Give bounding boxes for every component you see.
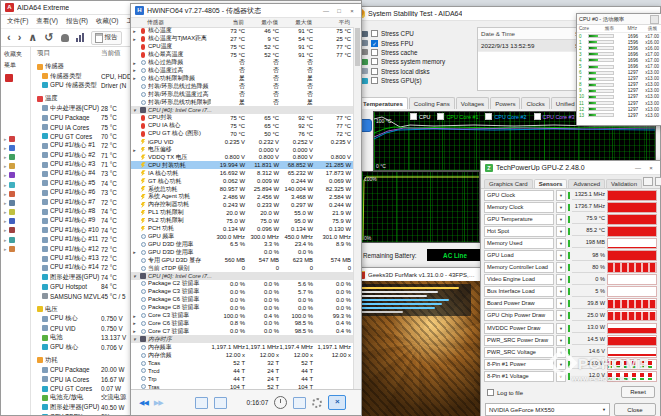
camera-icon[interactable] xyxy=(643,177,653,186)
dropdown-arrow-icon[interactable]: ▼ xyxy=(556,274,566,285)
sensor-name-box[interactable]: Hot Spot xyxy=(484,226,554,237)
tab-sensors[interactable]: Sensors xyxy=(534,179,568,188)
chart-icon[interactable] xyxy=(76,33,84,42)
close-sensors-button[interactable]: × xyxy=(328,395,346,410)
sensor-name-box[interactable]: GPU Chip Power Draw xyxy=(484,310,554,321)
checkbox[interactable]: ✓ xyxy=(371,40,378,47)
sensor-name-box[interactable]: GPU Temperature xyxy=(484,214,554,225)
checkbox[interactable] xyxy=(371,58,378,65)
refresh-icon[interactable]: ↺ xyxy=(44,29,53,46)
column-item[interactable]: 项目 xyxy=(37,49,101,58)
column-sensor[interactable]: 传感器 xyxy=(131,19,210,27)
legend-checkbox[interactable] xyxy=(534,113,541,120)
monitor-icon[interactable] xyxy=(214,397,227,409)
dropdown-arrow-icon[interactable]: ▼ xyxy=(556,335,566,346)
dropdown-arrow-icon[interactable]: ▼ xyxy=(556,347,566,358)
menu-item-0[interactable]: 文件(F) xyxy=(7,17,28,26)
hwinfo-sensor-row[interactable]: Trp44 T24 T44 T xyxy=(131,375,353,383)
tab-cooling-fans[interactable]: Cooling Fans xyxy=(409,97,455,109)
sidebar-tab-0[interactable]: 收藏夹 xyxy=(2,49,29,60)
menu-item-1[interactable]: 查看(V) xyxy=(36,17,58,26)
dropdown-arrow-icon[interactable]: ▼ xyxy=(556,371,566,382)
user-icon[interactable] xyxy=(61,34,69,42)
legend-item[interactable]: CPU xyxy=(410,113,430,120)
sensor-name-box[interactable]: MVDDC Power Draw xyxy=(484,323,554,334)
sidebar-item-4[interactable]: ▸ xyxy=(2,171,29,180)
checkbox[interactable] xyxy=(371,77,378,84)
frequency-titlebar[interactable]: CPU #0 - 活动频率 xyxy=(577,14,661,25)
sensor-name-box[interactable]: PWR_SRC Voltage xyxy=(484,347,554,358)
column-average[interactable]: 平均 xyxy=(312,19,352,27)
up-icon[interactable]: ∧ xyxy=(28,29,37,46)
sidebar-item-7[interactable]: ▸ xyxy=(2,198,29,207)
column-minimum[interactable]: 最小值 xyxy=(244,19,278,27)
move-left-icon[interactable]: ◀◀ xyxy=(139,399,148,407)
legend-item[interactable]: CPU Core #2 xyxy=(485,113,526,120)
hwinfo-sensor-row[interactable]: 当前 cTDP 级别0000 xyxy=(131,264,353,272)
dropdown-arrow-icon[interactable]: ▼ xyxy=(556,190,566,201)
tab-validation[interactable]: Validation xyxy=(606,179,642,188)
tab-advanced[interactable]: Advanced xyxy=(568,179,605,188)
sidebar-item-9[interactable]: ▸ xyxy=(2,217,29,226)
sidebar-item-1[interactable]: ▸ xyxy=(2,143,29,152)
sensor-name-box[interactable]: Memory Controller Load xyxy=(484,262,554,273)
menu-item-2[interactable]: 报告(R) xyxy=(66,17,88,26)
minimize-icon[interactable]: — xyxy=(633,165,643,171)
close-icon[interactable]: × xyxy=(347,8,357,14)
gpu-selector-dropdown[interactable]: NVIDIA GeForce MX550 ▼ xyxy=(485,403,610,416)
sensor-name-box[interactable]: 8-Pin #1 Power xyxy=(484,359,554,370)
tab-graphics-card[interactable]: Graphics Card xyxy=(484,179,533,188)
legend-checkbox[interactable] xyxy=(410,113,417,120)
sidebar-item-0[interactable]: ▸ xyxy=(2,134,29,143)
sensor-name-box[interactable]: GPU Load xyxy=(484,250,554,261)
sensor-name-box[interactable]: PWR_SRC Power Draw xyxy=(484,335,554,346)
hwinfo-titlebar[interactable]: H HWiNFO64 v7.27-4805 - 传感器状态 — □ × xyxy=(131,4,361,18)
dropdown-arrow-icon[interactable]: ▼ xyxy=(556,262,566,273)
sidebar-item-12[interactable]: ▸ xyxy=(2,244,29,253)
sensor-name-box[interactable]: Memory Clock xyxy=(484,202,554,213)
dropdown-arrow-icon[interactable]: ▼ xyxy=(556,202,566,213)
log-to-file-checkbox[interactable] xyxy=(487,389,494,396)
stress-option-3[interactable]: Stress system memory xyxy=(359,57,445,66)
stress-option-2[interactable]: Stress cache xyxy=(359,48,445,57)
sensor-name-box[interactable]: GPU Clock xyxy=(484,190,554,201)
close-icon[interactable] xyxy=(650,15,659,24)
column-current[interactable]: 当前 xyxy=(210,19,244,27)
close-button[interactable]: Close xyxy=(614,403,656,416)
column-datetime[interactable]: Date & Time xyxy=(478,30,575,37)
column-value[interactable]: 当前值 xyxy=(101,49,121,58)
dropdown-arrow-icon[interactable]: ▼ xyxy=(556,250,566,261)
report-icon[interactable] xyxy=(293,397,306,409)
sensor-name-box[interactable]: Video Engine Load xyxy=(484,274,554,285)
sensor-name-box[interactable]: Board Power Draw xyxy=(484,298,554,309)
furmark-titlebar[interactable]: Geeks3D FurMark v1.31.0.0 - 43FPS, GPU1 … xyxy=(353,268,480,282)
sidebar-item-5[interactable]: ▸ xyxy=(2,180,29,189)
stress-option-0[interactable]: Stress CPU xyxy=(359,29,445,38)
checkbox[interactable] xyxy=(371,49,378,56)
dropdown-arrow-icon[interactable]: ▼ xyxy=(556,238,566,249)
hwinfo-sensor-row[interactable]: Trcd44 T24 T44 T xyxy=(131,367,353,375)
tab-powers[interactable]: Powers xyxy=(490,97,520,109)
checkbox[interactable] xyxy=(371,30,378,37)
dropdown-arrow-icon[interactable]: ▼ xyxy=(556,286,566,297)
layout-icon[interactable] xyxy=(195,397,208,409)
tab-voltages[interactable]: Voltages xyxy=(456,97,489,109)
hwinfo-sensor-row[interactable]: 封装/环形总线功耗限制降...是否是 xyxy=(131,98,353,106)
legend-checkbox[interactable] xyxy=(437,113,444,120)
sidebar-item-11[interactable]: ▸ xyxy=(2,235,29,244)
log-to-file-row[interactable]: Log to file xyxy=(487,389,523,396)
hwinfo-sensor-row[interactable]: CPU GT 核心 (图形)70 °C50 °C76 °C72 °C xyxy=(131,130,353,138)
sidebar-item-8[interactable]: ▸ xyxy=(2,208,29,217)
sidebar-item-2[interactable]: ▸ xyxy=(2,152,29,161)
menu-item-3[interactable]: 收藏(O) xyxy=(96,17,118,26)
pin-icon[interactable] xyxy=(655,177,661,186)
move-right-icon[interactable]: ▶▶ xyxy=(154,399,163,407)
dropdown-arrow-icon[interactable]: ▼ xyxy=(556,310,566,321)
gpuz-titlebar[interactable]: Z TechPowerUp GPU-Z 2.48.0 — × xyxy=(481,161,660,175)
dropdown-arrow-icon[interactable]: ▼ xyxy=(556,298,566,309)
dropdown-arrow-icon[interactable]: ▼ xyxy=(556,323,566,334)
checkbox[interactable] xyxy=(371,68,378,75)
scrollbar-thumb[interactable] xyxy=(355,28,360,66)
reset-button[interactable]: Reset xyxy=(621,386,655,398)
report-button[interactable]: 报告 xyxy=(91,31,122,45)
